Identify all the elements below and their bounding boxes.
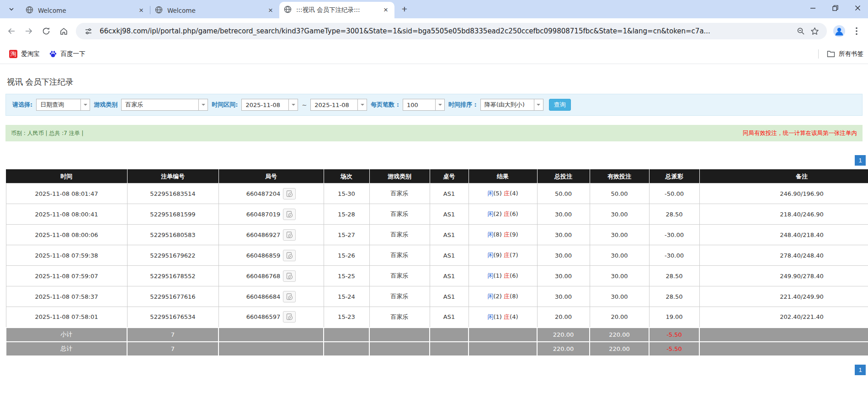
url-bar[interactable]: 66cxkj98.com/ipl/portal.php/game/betreco… — [76, 23, 827, 39]
date-range-label: 时间区间: — [212, 101, 238, 109]
result-player: 闲 — [488, 190, 494, 197]
column-header: 有效投注 — [590, 170, 649, 183]
cell-note: 221.40/249.90 — [699, 286, 868, 307]
cell-total-bet: 20.00 — [537, 307, 590, 328]
browser-tab-1[interactable]: Welcome× — [21, 3, 150, 18]
cell-valid-bet: 20.00 — [590, 307, 649, 328]
cell-table-number — [430, 328, 469, 342]
combo-arrow-icon[interactable] — [80, 99, 90, 110]
result-player: 闲 — [488, 313, 494, 320]
result-score: (6) — [510, 272, 518, 279]
combo-arrow-icon[interactable] — [435, 99, 444, 110]
bookmark-item[interactable]: 百度一下 — [44, 48, 90, 60]
summary-count: 7 — [127, 342, 218, 356]
date-range-tilde: ~ — [302, 102, 307, 108]
cell-round-number: 660486859 — [218, 245, 324, 266]
combo-arrow-icon[interactable] — [198, 99, 208, 110]
cell-total-bet: 30.00 — [537, 286, 590, 307]
restore-icon[interactable] — [832, 5, 838, 11]
zoom-out-icon[interactable] — [794, 24, 808, 38]
browser-tab-3[interactable]: :::视讯 会员下注纪录:::× — [279, 2, 394, 18]
cell-time: 2025-11-08 07:59:38 — [6, 245, 127, 266]
column-header: 备注 — [699, 170, 868, 183]
search-button[interactable]: 查询 — [549, 99, 571, 111]
profile-avatar[interactable] — [831, 23, 847, 39]
video-replay-button[interactable] — [283, 229, 296, 241]
home-button[interactable] — [56, 23, 71, 39]
cell-time: 2025-11-08 07:59:07 — [6, 266, 127, 286]
summary-valid-bet: 220.00 — [590, 328, 649, 342]
video-replay-button[interactable] — [283, 270, 296, 282]
date-to-select[interactable]: 2025-11-08 — [310, 99, 367, 111]
cell-game-type — [369, 328, 430, 342]
cell-round-number: 660487204 — [218, 183, 324, 204]
combo-arrow-icon[interactable] — [288, 99, 298, 110]
all-bookmarks[interactable]: 所有书签 — [818, 49, 863, 59]
result-score: (6) — [510, 210, 518, 217]
url-text[interactable]: 66cxkj98.com/ipl/portal.php/game/betreco… — [100, 27, 794, 35]
new-tab-button[interactable]: + — [398, 3, 411, 16]
game-type-select[interactable]: 百家乐 — [121, 99, 208, 111]
bookmark-star-icon[interactable] — [808, 24, 821, 38]
site-info-icon[interactable] — [81, 24, 95, 38]
cell-round-number: 660486597 — [218, 307, 324, 328]
three-dot-menu-icon — [856, 27, 857, 35]
tab-close-icon[interactable]: × — [137, 6, 145, 15]
cell-total-bet: 30.00 — [537, 225, 590, 245]
video-replay-button[interactable] — [283, 209, 296, 220]
video-replay-button[interactable] — [283, 250, 296, 261]
bookmark-item[interactable]: 淘爱淘宝 — [5, 48, 44, 60]
taobao-icon: 淘 — [9, 50, 17, 58]
page-size-select[interactable]: 100 — [403, 99, 445, 111]
cell-round-number: 660486768 — [218, 266, 324, 286]
table-row: 2025-11-08 07:59:07522951678552660486768… — [6, 266, 868, 286]
column-header: 总投注 — [537, 170, 590, 183]
cell-time: 2025-11-08 08:01:47 — [6, 183, 127, 204]
result-banker: 庄 — [504, 190, 510, 197]
cell-session: 15-25 — [324, 266, 369, 286]
round-number-text: 660486597 — [246, 313, 280, 320]
cell-session: 15-23 — [324, 307, 369, 328]
browser-menu-button[interactable] — [849, 23, 864, 39]
video-replay-button[interactable] — [283, 311, 296, 323]
result-player: 闲 — [488, 231, 494, 238]
cell-valid-bet: 50.00 — [590, 183, 649, 204]
forward-button[interactable] — [21, 23, 37, 39]
cell-payout: -30.00 — [649, 245, 699, 266]
back-button[interactable] — [4, 23, 19, 39]
summary-payout: -5.50 — [649, 342, 699, 356]
tab-search-button[interactable] — [5, 2, 18, 16]
select-type-label: 请选择: — [12, 101, 32, 109]
table-header-row: 时间注单编号局号场次游戏类别桌号结果总投注有效投注总派彩备注 — [6, 170, 868, 183]
video-replay-button[interactable] — [283, 291, 296, 302]
folder-icon — [827, 50, 835, 58]
time-sort-select[interactable]: 降幂(由大到小) — [480, 99, 543, 111]
cell-total-bet: 30.00 — [537, 204, 590, 225]
summary-row: 小计7220.00220.00-5.50 — [6, 328, 868, 342]
round-number-text: 660487204 — [246, 190, 280, 197]
browser-tab-2[interactable]: Welcome× — [150, 3, 279, 18]
video-replay-icon — [286, 293, 293, 300]
cell-session — [324, 342, 369, 356]
summary-row: 总计7220.00220.00-5.50 — [6, 342, 868, 356]
video-replay-button[interactable] — [283, 188, 296, 199]
page-content: 视讯 会员下注纪录 请选择: 日期查询 游戏类别 百家乐 时间区间: 2025-… — [0, 76, 868, 375]
page-1-button[interactable]: 1 — [855, 155, 866, 166]
cell-table-number: AS1 — [430, 183, 469, 204]
query-type-select[interactable]: 日期查询 — [36, 99, 90, 111]
date-from-select[interactable]: 2025-11-08 — [241, 99, 298, 111]
minimize-icon[interactable] — [810, 5, 816, 11]
combo-arrow-icon[interactable] — [534, 99, 543, 110]
cell-result: 闲(5) 庄(4) — [469, 183, 537, 204]
tab-close-icon[interactable]: × — [382, 6, 390, 14]
cell-payout: 28.50 — [649, 204, 699, 225]
result-score: (7) — [510, 252, 518, 258]
round-number-text: 660486684 — [246, 293, 280, 300]
page-1-button[interactable]: 1 — [855, 365, 866, 375]
reload-button[interactable] — [38, 23, 54, 39]
close-window-icon[interactable] — [855, 5, 861, 11]
column-header: 局号 — [218, 170, 324, 183]
game-type-label: 游戏类别 — [94, 101, 117, 109]
tab-close-icon[interactable]: × — [266, 6, 275, 15]
combo-arrow-icon[interactable] — [357, 99, 367, 110]
